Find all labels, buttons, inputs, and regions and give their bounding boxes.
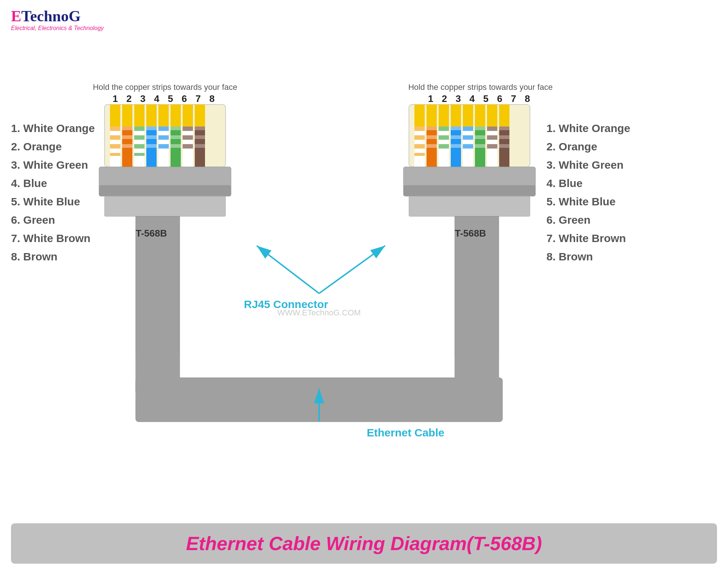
svg-rect-19 — [134, 127, 144, 131]
svg-rect-25 — [146, 135, 157, 139]
svg-rect-66 — [439, 135, 449, 140]
svg-rect-49 — [439, 105, 449, 127]
svg-rect-8 — [195, 105, 205, 127]
svg-rect-85 — [499, 127, 509, 130]
svg-rect-21 — [134, 144, 144, 149]
right-label-3: 3. White Green — [546, 159, 623, 171]
svg-rect-89 — [403, 185, 535, 196]
svg-rect-67 — [439, 144, 449, 149]
svg-rect-79 — [475, 144, 485, 148]
svg-rect-15 — [122, 127, 132, 130]
svg-rect-53 — [487, 105, 497, 127]
main-diagram: Hold the copper strips towards your face… — [0, 37, 728, 557]
svg-rect-17 — [122, 144, 132, 148]
svg-rect-26 — [146, 144, 157, 148]
right-label-2: 2. Orange — [546, 140, 597, 153]
svg-rect-71 — [451, 144, 461, 148]
svg-rect-3 — [134, 105, 144, 127]
svg-rect-10 — [110, 127, 120, 131]
svg-rect-59 — [414, 153, 425, 156]
svg-rect-11 — [110, 135, 120, 140]
svg-rect-87 — [499, 144, 509, 148]
right-label-7: 7. White Brown — [546, 232, 626, 244]
svg-rect-34 — [171, 144, 181, 148]
svg-rect-29 — [158, 135, 169, 140]
left-label-8: 8. Brown — [11, 250, 58, 263]
svg-rect-81 — [487, 127, 497, 131]
left-label-4: 4. Blue — [11, 177, 47, 189]
left-label-5: 5. White Blue — [11, 195, 80, 208]
svg-rect-42 — [195, 144, 205, 148]
svg-line-99 — [319, 246, 385, 293]
watermark: WWW.ETechnoG.COM — [277, 308, 361, 317]
svg-rect-82 — [487, 135, 497, 140]
left-label-7: 7. White Brown — [11, 232, 91, 244]
svg-rect-97 — [455, 378, 499, 400]
svg-rect-22 — [134, 153, 144, 156]
svg-rect-65 — [439, 127, 449, 131]
svg-rect-70 — [451, 135, 461, 139]
svg-rect-5 — [158, 105, 169, 127]
svg-rect-58 — [414, 144, 425, 149]
logo: E TechnoG Electrical, Electronics & Tech… — [11, 7, 104, 32]
right-connector-label: T-568B — [455, 228, 486, 239]
svg-rect-1 — [110, 105, 120, 127]
svg-rect-62 — [427, 135, 437, 139]
left-label-1: 1. White Orange — [11, 122, 95, 134]
svg-rect-44 — [99, 185, 231, 196]
svg-rect-90 — [409, 196, 530, 216]
svg-rect-37 — [183, 135, 193, 140]
ethernet-label: Ethernet Cable — [367, 427, 445, 439]
left-label-6: 6. Green — [11, 214, 55, 226]
bottom-banner: Ethernet Cable Wiring Diagram(T-568B) — [11, 523, 717, 564]
svg-rect-54 — [499, 105, 509, 127]
svg-rect-41 — [195, 135, 205, 139]
svg-rect-48 — [427, 105, 437, 127]
logo-technog: TechnoG — [21, 7, 81, 25]
svg-rect-2 — [122, 105, 132, 127]
svg-rect-13 — [110, 153, 120, 156]
svg-rect-83 — [487, 144, 497, 149]
svg-rect-33 — [171, 135, 181, 139]
svg-rect-45 — [105, 196, 226, 216]
left-instruction: Hold the copper strips towards your face — [93, 83, 237, 92]
svg-rect-52 — [475, 105, 485, 127]
right-label-8: 8. Brown — [546, 250, 593, 263]
svg-rect-51 — [463, 105, 473, 127]
left-pin-numbers: 1 2 3 4 5 6 7 8 — [113, 93, 217, 104]
svg-rect-20 — [134, 135, 144, 140]
svg-rect-47 — [414, 105, 425, 127]
right-label-6: 6. Green — [546, 214, 590, 226]
svg-rect-69 — [451, 127, 461, 130]
svg-rect-16 — [122, 135, 132, 139]
right-instruction: Hold the copper strips towards your face — [408, 83, 553, 92]
left-connector-label: T-568B — [136, 228, 167, 239]
left-label-3: 3. White Green — [11, 159, 88, 171]
right-label-5: 5. White Blue — [546, 195, 615, 208]
svg-rect-6 — [171, 105, 181, 127]
svg-rect-12 — [110, 144, 120, 149]
svg-rect-57 — [414, 135, 425, 140]
svg-rect-7 — [183, 105, 193, 127]
svg-rect-40 — [195, 127, 205, 130]
svg-rect-61 — [427, 127, 437, 130]
right-label-1: 1. White Orange — [546, 122, 630, 134]
logo-e: E — [11, 7, 21, 25]
svg-rect-95 — [136, 378, 180, 400]
svg-rect-63 — [427, 144, 437, 148]
svg-rect-77 — [475, 127, 485, 130]
svg-rect-74 — [463, 135, 473, 140]
svg-rect-4 — [146, 105, 157, 127]
svg-rect-28 — [158, 127, 169, 131]
svg-rect-86 — [499, 135, 509, 139]
diagram-title: Ethernet Cable Wiring Diagram(T-568B) — [186, 532, 542, 554]
svg-rect-36 — [183, 127, 193, 131]
svg-rect-30 — [158, 144, 169, 149]
svg-rect-38 — [183, 144, 193, 149]
svg-rect-56 — [414, 127, 425, 131]
svg-rect-73 — [463, 127, 473, 131]
svg-rect-24 — [146, 127, 157, 130]
right-label-4: 4. Blue — [546, 177, 582, 189]
svg-rect-32 — [171, 127, 181, 130]
right-pin-numbers: 1 2 3 4 5 6 7 8 — [428, 93, 533, 104]
